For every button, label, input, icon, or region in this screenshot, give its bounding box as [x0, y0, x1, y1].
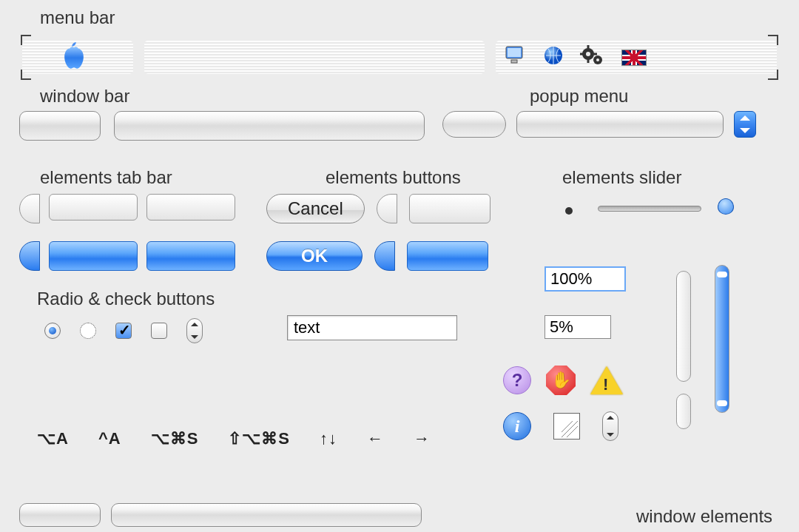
- apple-icon[interactable]: [61, 42, 87, 75]
- window-element-body[interactable]: [111, 503, 422, 527]
- uk-flag-icon[interactable]: [621, 50, 647, 66]
- image-well-icon[interactable]: [553, 413, 580, 440]
- checkbox-checked[interactable]: [115, 323, 132, 339]
- label-menu-bar: menu bar: [40, 7, 115, 28]
- help-icon[interactable]: ?: [503, 366, 531, 394]
- popup-body[interactable]: [516, 111, 724, 138]
- window-bar-cap[interactable]: [19, 111, 101, 141]
- svg-rect-1: [508, 48, 521, 57]
- shortcut: ←: [367, 429, 384, 448]
- label-radio-check: Radio & check buttons: [37, 289, 215, 309]
- slider-track[interactable]: [598, 206, 701, 212]
- button-cap[interactable]: [377, 194, 397, 223]
- ok-button[interactable]: OK: [266, 241, 363, 271]
- monitor-icon[interactable]: [505, 45, 527, 70]
- button-segment[interactable]: [409, 194, 490, 223]
- cancel-button[interactable]: Cancel: [266, 194, 365, 223]
- menu-bar-middle[interactable]: [144, 41, 485, 74]
- label-elements-buttons: elements buttons: [326, 167, 461, 188]
- gears-icon[interactable]: [580, 45, 605, 70]
- percent-field-100[interactable]: [545, 266, 626, 292]
- globe-icon[interactable]: [543, 45, 564, 70]
- shortcut: ⇧⌥⌘S: [228, 429, 290, 448]
- tab-segment[interactable]: [146, 194, 235, 220]
- checkbox-unchecked[interactable]: [151, 323, 167, 339]
- tab-cap-left-active[interactable]: [19, 241, 40, 271]
- svg-rect-2: [511, 60, 517, 63]
- popup-arrows-icon[interactable]: [734, 111, 756, 138]
- tab-segment-active[interactable]: [49, 241, 138, 271]
- scrollbar-thumb[interactable]: [715, 265, 729, 413]
- scrollbar-track[interactable]: [676, 271, 691, 382]
- tab-segment[interactable]: [49, 194, 138, 220]
- shortcut: ^A: [98, 429, 121, 448]
- slider-endcap: [565, 207, 573, 215]
- shortcut: ⌥A: [37, 429, 69, 448]
- label-window-bar: window bar: [40, 86, 129, 107]
- warning-icon[interactable]: !: [590, 366, 623, 394]
- button-segment-active[interactable]: [407, 241, 488, 271]
- svg-point-5: [586, 52, 590, 56]
- radio-selected[interactable]: [44, 323, 61, 339]
- menu-bar-right[interactable]: [496, 41, 777, 74]
- button-cap-active[interactable]: [374, 241, 395, 271]
- scrollbar-track-small[interactable]: [676, 394, 691, 429]
- window-element-cap[interactable]: [19, 503, 101, 527]
- window-bar-body[interactable]: [114, 111, 425, 141]
- shortcut: ⌥⌘S: [151, 429, 199, 448]
- percent-field-5[interactable]: [545, 315, 611, 339]
- stepper[interactable]: [186, 318, 203, 343]
- label-elements-tab: elements tab bar: [40, 167, 172, 188]
- label-elements-slider: elements slider: [562, 167, 681, 188]
- menu-bar: [22, 41, 777, 74]
- shortcut: ↑↓: [320, 429, 337, 448]
- label-window-elements: window elements: [636, 506, 772, 527]
- svg-point-7: [596, 58, 599, 61]
- text-field[interactable]: [287, 315, 457, 340]
- tab-segment-active[interactable]: [146, 241, 235, 271]
- stop-icon[interactable]: ✋: [546, 366, 576, 395]
- popup-cap-left[interactable]: [442, 111, 506, 138]
- radio-unselected[interactable]: [80, 323, 96, 339]
- info-icon[interactable]: i: [503, 412, 531, 440]
- menu-bar-left[interactable]: [22, 41, 133, 74]
- tab-cap-left[interactable]: [19, 194, 40, 223]
- slider-thumb[interactable]: [718, 198, 734, 215]
- stepper-large[interactable]: [602, 411, 618, 441]
- shortcut: →: [414, 429, 431, 448]
- label-popup-menu: popup menu: [530, 86, 628, 107]
